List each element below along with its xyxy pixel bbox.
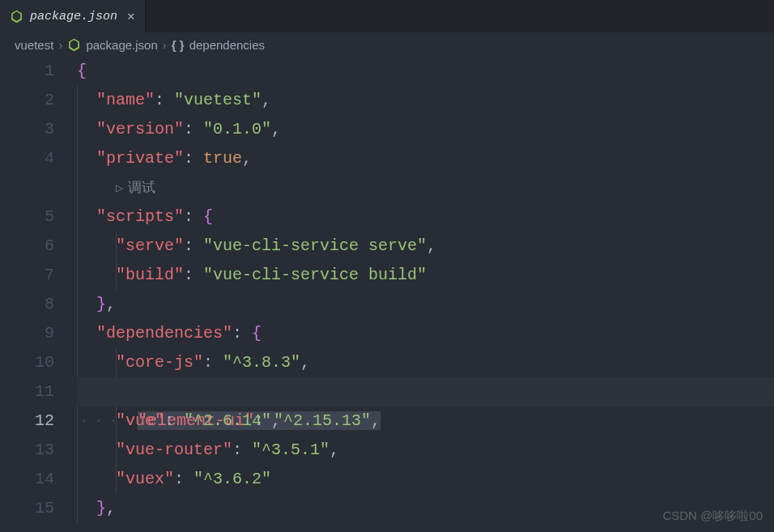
code-line[interactable]: "name": "vuetest", [77,86,774,115]
line-number: 9 [0,319,54,348]
tabs-bar: package.json ✕ [0,0,774,32]
code-line[interactable]: "version": "0.1.0", [77,115,774,144]
breadcrumb-folder[interactable]: vuetest [15,38,53,52]
code-line[interactable]: "vue-router": "^3.5.1", [77,436,774,465]
code-line[interactable]: }, [77,290,774,319]
line-number: 15 [0,494,54,523]
close-icon[interactable]: ✕ [127,8,135,24]
codelens-debug[interactable]: ▷调试 [77,173,774,202]
breadcrumbs: vuetest › package.json › { } dependencie… [0,32,774,57]
braces-icon: { } [172,38,185,52]
line-number: 3 [0,115,54,144]
code-line[interactable]: "dependencies": { [77,319,774,348]
line-number: 2 [0,86,54,115]
code-area[interactable]: {"name": "vuetest","version": "0.1.0","p… [77,57,774,532]
line-number: 8 [0,290,54,319]
line-number: 6 [0,232,54,261]
watermark: CSDN @哆哆啦00 [662,509,763,524]
code-line[interactable]: "serve": "vue-cli-service serve", [77,232,774,261]
chevron-right-icon: › [163,38,167,52]
line-number: 4 [0,144,54,173]
code-line[interactable]: { [77,57,774,86]
chevron-right-icon: › [58,38,62,52]
gutter: 1234 56789101112131415 [0,57,77,532]
breadcrumb-symbol[interactable]: dependencies [189,38,265,52]
line-number: 1 [0,57,54,86]
editor[interactable]: 1234 56789101112131415 {"name": "vuetest… [0,57,774,532]
codelens-label: 调试 [128,173,155,202]
breadcrumb-file[interactable]: package.json [86,38,157,52]
code-line[interactable]: "core-js": "^3.8.3", [77,348,774,377]
code-line[interactable]: "private": true, [77,144,774,173]
line-number: 11 [0,377,54,406]
code-line[interactable]: "scripts": { [77,202,774,232]
code-line[interactable]: "build": "vue-cli-service build" [77,261,774,290]
line-number: 14 [0,465,54,494]
code-line[interactable]: ····"element-ui": "^2.15.13", [77,377,774,406]
tab-label: package.json [30,10,117,23]
code-line[interactable]: "vue": "^2.6.14", [77,406,774,436]
nodejs-icon [10,10,23,23]
line-number: 5 [0,202,54,232]
line-number: 7 [0,261,54,290]
line-number: 10 [0,348,54,377]
play-icon: ▷ [116,173,123,202]
tab-package-json[interactable]: package.json ✕ [0,0,146,32]
code-line[interactable]: "vuex": "^3.6.2" [77,465,774,494]
nodejs-icon [67,38,81,52]
line-number: 13 [0,436,54,465]
line-number: 12 [0,406,54,436]
